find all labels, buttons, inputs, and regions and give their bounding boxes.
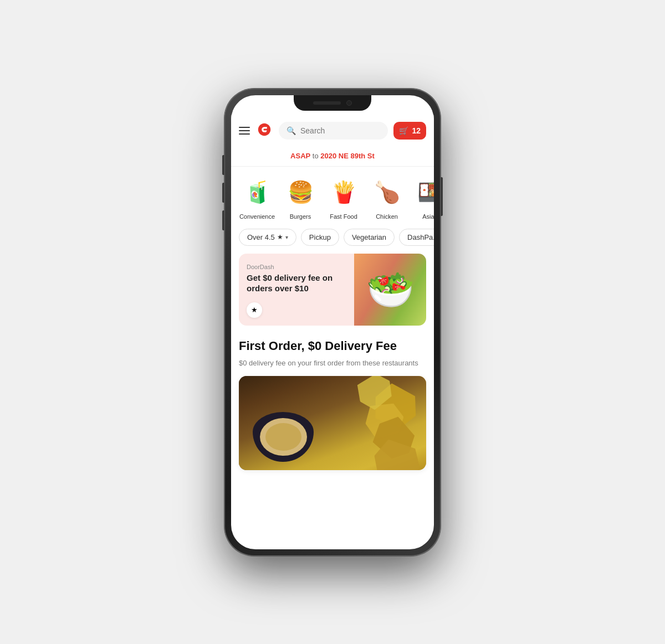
address-text: ASAP to 2020 NE 89th St xyxy=(290,152,375,160)
category-item-fast-food[interactable]: 🍟 Fast Food xyxy=(322,176,365,220)
salad-emoji: 🥗 xyxy=(366,267,415,312)
category-item-burgers[interactable]: 🍔 Burgers xyxy=(279,176,322,220)
promo-image: 🥗 xyxy=(354,254,426,326)
promo-favorite-button[interactable]: ★ xyxy=(247,302,262,318)
app-header: 🔍 🛒 12 xyxy=(231,115,434,146)
promo-banner[interactable]: DoorDash Get $0 delivery fee on orders o… xyxy=(239,254,426,326)
speaker xyxy=(313,101,341,105)
to-label: to xyxy=(313,152,320,160)
category-label-burgers: Burgers xyxy=(290,213,311,220)
filter-vegetarian-label: Vegetarian xyxy=(352,233,386,241)
filter-pickup-label: Pickup xyxy=(309,233,331,241)
category-item-asian[interactable]: 🍱 Asian xyxy=(408,176,434,220)
search-icon: 🔍 xyxy=(287,126,296,135)
category-item-chicken[interactable]: 🍗 Chicken xyxy=(365,176,408,220)
promo-title: Get $0 delivery fee on orders over $10 xyxy=(247,272,346,294)
promo-food-visual: 🥗 xyxy=(354,254,426,326)
filter-rating-label: Over 4.5 xyxy=(247,233,275,241)
category-item-convenience[interactable]: 🧃 Convenience xyxy=(236,176,279,220)
restaurant-card[interactable] xyxy=(239,376,426,470)
filter-dashpass[interactable]: DashPa... xyxy=(399,229,434,246)
cart-icon: 🛒 xyxy=(399,126,408,135)
chicken-icon: 🍗 xyxy=(370,176,403,209)
section-subtitle: $0 delivery fee on your first order from… xyxy=(231,356,434,376)
category-label-convenience: Convenience xyxy=(239,213,275,220)
delivery-address: 2020 NE 89th St xyxy=(320,152,375,160)
phone-screen: 🔍 🛒 12 ASAP to 2020 NE 89th St xyxy=(231,95,434,549)
camera xyxy=(346,100,352,106)
category-label-chicken: Chicken xyxy=(376,213,398,220)
phone-frame: 🔍 🛒 12 ASAP to 2020 NE 89th St xyxy=(224,89,441,556)
search-input[interactable] xyxy=(300,126,380,135)
category-label-fast-food: Fast Food xyxy=(330,213,357,220)
star-icon: ★ xyxy=(277,233,283,241)
restaurant-image xyxy=(239,376,426,470)
promo-text-area: DoorDash Get $0 delivery fee on orders o… xyxy=(239,254,354,326)
filter-dashpass-label: DashPa... xyxy=(407,233,434,241)
filter-rating[interactable]: Over 4.5 ★ ▾ xyxy=(239,229,296,246)
cart-count: 12 xyxy=(412,126,421,135)
burgers-icon: 🍔 xyxy=(284,176,317,209)
section-title: First Order, $0 Delivery Fee xyxy=(231,334,434,356)
fast-food-icon: 🍟 xyxy=(327,176,360,209)
cart-button[interactable]: 🛒 12 xyxy=(393,122,426,140)
convenience-icon: 🧃 xyxy=(241,176,274,209)
doordash-logo[interactable] xyxy=(255,121,273,141)
promo-source: DoorDash xyxy=(247,264,346,270)
asian-icon: 🍱 xyxy=(413,176,434,209)
address-bar[interactable]: ASAP to 2020 NE 89th St xyxy=(231,146,434,167)
asap-label: ASAP xyxy=(290,152,310,160)
chevron-down-icon: ▾ xyxy=(285,234,288,240)
category-label-asian: Asian xyxy=(422,213,434,220)
phone-notch xyxy=(294,95,371,111)
category-list: 🧃 Convenience 🍔 Burgers 🍟 Fast Food 🍗 Ch… xyxy=(231,167,434,224)
search-bar[interactable]: 🔍 xyxy=(279,122,388,140)
screen-content: 🔍 🛒 12 ASAP to 2020 NE 89th St xyxy=(231,95,434,549)
filter-pickup[interactable]: Pickup xyxy=(301,229,339,246)
hamburger-menu-icon[interactable] xyxy=(239,127,250,135)
filter-vegetarian[interactable]: Vegetarian xyxy=(344,229,395,246)
filter-row: Over 4.5 ★ ▾ Pickup Vegetarian DashPa... xyxy=(231,224,434,254)
